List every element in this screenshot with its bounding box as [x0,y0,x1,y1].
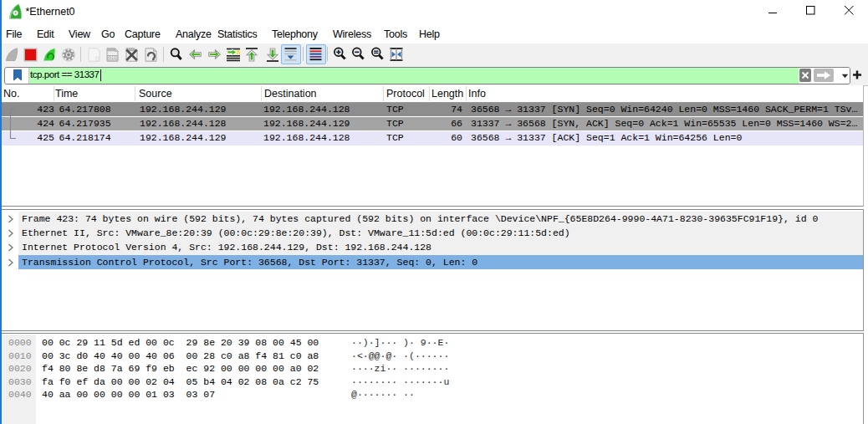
svg-text:010: 010 [109,56,116,61]
